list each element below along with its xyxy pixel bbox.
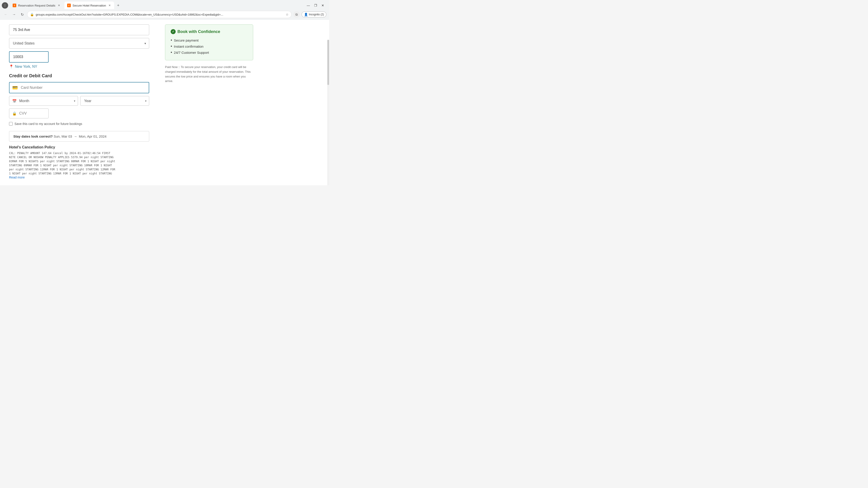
bullet-1: • [170, 38, 172, 43]
address-bar[interactable]: 🔒 groups.expedia.com/Accept/CheckOut.htm… [27, 11, 291, 18]
toolbar-extras: ⧉ 👤 Incognito (2) [293, 11, 327, 18]
window-controls: — ❐ ✕ [306, 3, 327, 8]
credit-card-section: Credit or Debit Card 💳 📅 Month January F… [9, 73, 149, 126]
location-text: New York, NY [15, 65, 37, 69]
stay-dates-from: Sun, Mar 03 [54, 134, 72, 138]
save-card-label: Save this card to my account for future … [14, 122, 82, 126]
location-label: 📍 New York, NY [9, 64, 149, 69]
year-select[interactable]: Year 2024 2025 2026 2027 2028 2029 [80, 96, 149, 106]
year-select-wrapper: Year 2024 2025 2026 2027 2028 2029 ▾ [80, 96, 149, 106]
expiry-row: 📅 Month January February March April May… [9, 96, 149, 106]
tab-secure-hotel-reservation[interactable]: Z Secure Hotel Reservation ✕ [64, 2, 114, 9]
back-button[interactable]: ← [3, 11, 9, 18]
save-card-checkbox[interactable] [9, 122, 13, 126]
main-form-column: United States ▾ 📍 New York, NY Credit or… [0, 20, 158, 185]
extension-button[interactable]: ⧉ [293, 11, 300, 18]
address-input[interactable] [9, 24, 149, 35]
cancellation-title: Hotel's Cancellation Policy [9, 145, 149, 149]
zip-input-wrapper [9, 51, 149, 63]
confidence-list: • Secure payment • Instant confirmation … [170, 37, 248, 56]
cvv-input[interactable] [9, 108, 49, 119]
minimize-button[interactable]: — [306, 3, 311, 8]
tab2-close-button[interactable]: ✕ [108, 4, 112, 7]
address-input-row [9, 24, 149, 35]
stay-dates-label: Stay dates look correct? [13, 134, 53, 138]
stay-dates-to: Mon, Apr 01, 2024 [79, 134, 107, 138]
incognito-profile-button[interactable]: 👤 Incognito (2) [302, 11, 327, 18]
confidence-item-2: • Instant confirmation [170, 43, 248, 50]
tab1-close-button[interactable]: ✕ [57, 4, 61, 7]
check-icon: ✓ [172, 30, 174, 33]
profile-label: Incognito (2) [309, 13, 324, 16]
confidence-item-1: • Secure payment [170, 37, 248, 43]
chrome-menu-button[interactable]: ⋮ [2, 2, 8, 8]
card-number-input[interactable] [9, 82, 149, 93]
bookmark-icon[interactable]: ☆ [286, 13, 289, 16]
confidence-title: ✓ Book with Confidence [170, 29, 248, 34]
maximize-button[interactable]: ❐ [313, 3, 318, 8]
save-card-row: Save this card to my account for future … [9, 122, 149, 126]
check-circle-icon: ✓ [170, 29, 176, 34]
country-select[interactable]: United States [9, 38, 149, 48]
card-number-wrapper: 💳 [9, 82, 149, 93]
cancellation-text: CXL: PENALTY AMOUNT 147.64 Cancel by 202… [9, 151, 149, 175]
tab1-favicon: Z [13, 4, 16, 7]
address-bar-row: ← → ↻ 🔒 groups.expedia.com/Accept/CheckO… [0, 9, 329, 20]
stay-dates-arrow-icon: → [74, 135, 78, 138]
scrollbar-thumb[interactable] [327, 40, 329, 85]
tab-bar: ⋮ Z Reservation Request Details ✕ Z Secu… [0, 0, 329, 9]
url-text: groups.expedia.com/Accept/CheckOut.htm?s… [36, 13, 284, 16]
location-pin-icon: 📍 [9, 64, 13, 69]
lock-icon: 🔒 [30, 13, 34, 16]
browser-chrome: ⋮ Z Reservation Request Details ✕ Z Secu… [0, 0, 329, 20]
read-more-link[interactable]: Read more [9, 175, 25, 179]
tab2-label: Secure Hotel Reservation [72, 4, 106, 7]
tab-reservation-request[interactable]: Z Reservation Request Details ✕ [10, 2, 64, 9]
sidebar-column: ✓ Book with Confidence • Secure payment … [158, 20, 260, 185]
scrollbar-track[interactable] [327, 40, 329, 185]
close-button[interactable]: ✕ [320, 3, 326, 8]
page-content: United States ▾ 📍 New York, NY Credit or… [0, 20, 329, 185]
confidence-item-3: • 24/7 Customer Support [170, 50, 248, 56]
cancellation-section: Hotel's Cancellation Policy CXL: PENALTY… [9, 145, 149, 179]
country-select-wrapper: United States ▾ [9, 38, 149, 48]
confidence-box: ✓ Book with Confidence • Secure payment … [165, 24, 253, 60]
bullet-3: • [170, 50, 172, 55]
forward-button[interactable]: → [11, 11, 17, 18]
tab1-label: Reservation Request Details [18, 4, 55, 7]
credit-card-section-title: Credit or Debit Card [9, 73, 149, 78]
refresh-button[interactable]: ↻ [19, 11, 25, 18]
zip-input[interactable] [9, 51, 49, 63]
month-select-wrapper: 📅 Month January February March April May… [9, 96, 78, 106]
new-tab-button[interactable]: + [115, 2, 121, 8]
bullet-2: • [170, 44, 172, 49]
cvv-wrapper: 🔒 [9, 108, 49, 119]
month-select[interactable]: Month January February March April May J… [9, 96, 78, 106]
paid-now-text: Paid Now :: To secure your reservation, … [165, 65, 253, 84]
credit-card-icon: 💳 [12, 85, 18, 90]
stay-dates-box: Stay dates look correct? Sun, Mar 03 → M… [9, 131, 149, 142]
tab2-favicon: Z [67, 4, 71, 7]
